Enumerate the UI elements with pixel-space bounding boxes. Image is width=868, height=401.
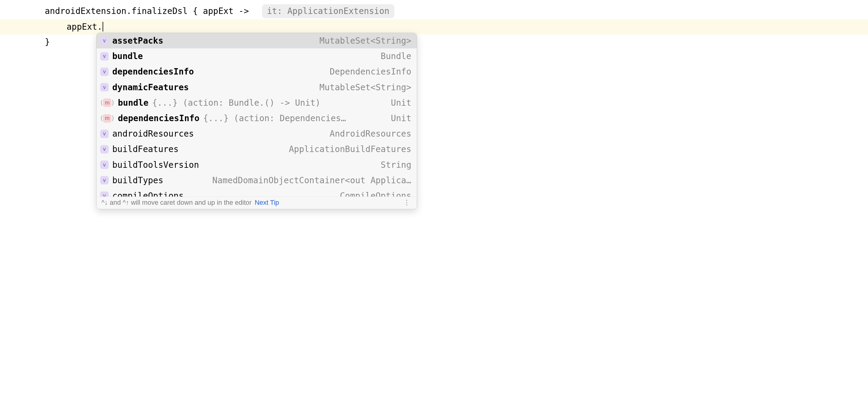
text-cursor bbox=[102, 22, 103, 31]
code-text: } bbox=[45, 37, 50, 47]
code-text: appExt. bbox=[67, 22, 102, 32]
property-icon: v bbox=[100, 52, 108, 53]
parameter-hint: it: ApplicationExtension bbox=[262, 4, 394, 18]
code-line-2[interactable]: appExt. bbox=[0, 19, 868, 34]
completion-name: assetPacks bbox=[112, 35, 163, 47]
code-text: androidExtension.finalizeDsl { appExt -> bbox=[45, 6, 249, 16]
completion-type: MutableSet<String> bbox=[312, 35, 411, 47]
completion-list[interactable]: v assetPacks MutableSet<String> v bundle… bbox=[97, 33, 417, 53]
code-line-1[interactable]: androidExtension.finalizeDsl { appExt ->… bbox=[0, 3, 868, 19]
code-completion-popup: v assetPacks MutableSet<String> v bundle… bbox=[96, 33, 417, 53]
completion-item[interactable]: v assetPacks MutableSet<String> bbox=[97, 33, 417, 49]
completion-type: Bundle bbox=[373, 50, 411, 53]
property-icon: v bbox=[100, 37, 108, 45]
completion-name: bundle bbox=[112, 50, 143, 53]
completion-item[interactable]: v bundle Bundle bbox=[97, 49, 417, 53]
